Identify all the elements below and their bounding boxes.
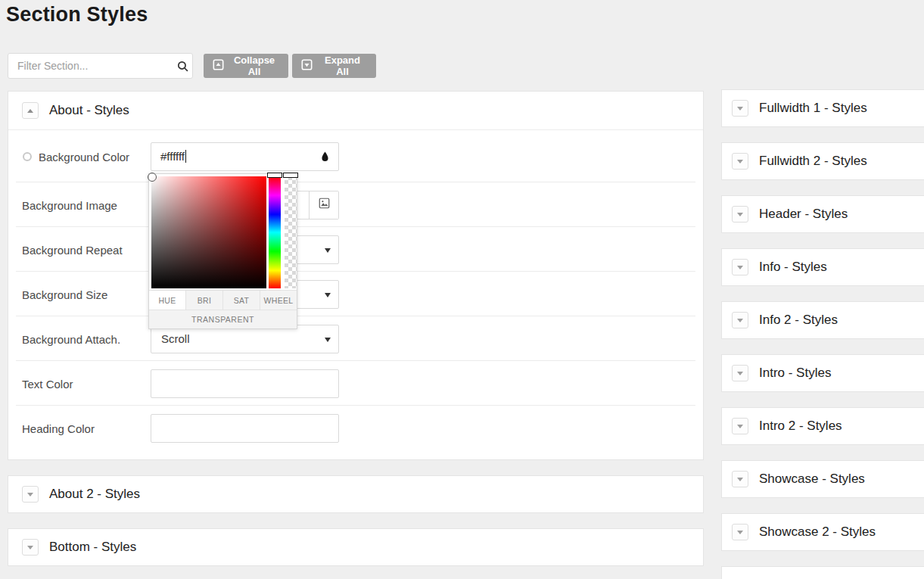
field-row-background-attach: Background Attach. Scroll	[8, 316, 703, 361]
chevron-down-icon	[737, 266, 743, 269]
panel-title: About - Styles	[49, 103, 129, 118]
expand-panel-button[interactable]	[732, 153, 748, 170]
panel-header: Fullwidth 1 - Styles	[722, 90, 924, 126]
tab-bri[interactable]: BRI	[186, 291, 223, 310]
color-picker-popup: HUE BRI SAT WHEEL TRANSPARENT	[148, 173, 297, 329]
color-picker-tabs: HUE BRI SAT WHEEL	[149, 290, 297, 310]
field-label: Background Image	[22, 198, 117, 211]
collapse-all-icon	[213, 59, 224, 73]
panel-showcase-styles: Showcase - Styles	[721, 460, 924, 498]
expand-all-button[interactable]: Expand All	[292, 54, 376, 78]
field-row-background-size: Background Size	[8, 272, 703, 316]
expand-all-label: Expand All	[318, 54, 367, 77]
field-label: Heading Color	[22, 422, 95, 435]
chevron-up-icon	[27, 109, 33, 113]
expand-panel-button[interactable]	[732, 259, 748, 275]
background-color-value: #ffffff	[160, 150, 185, 163]
section-styles-page: Section Styles Collapse All Expand All	[0, 0, 924, 579]
choose-image-button[interactable]	[309, 191, 338, 219]
dropdown-arrow-icon	[325, 338, 331, 342]
panel-intro-2-styles: Intro 2 - Styles	[721, 407, 924, 445]
panel-header: Header - Styles	[722, 196, 924, 232]
chevron-down-icon	[27, 546, 33, 549]
collapse-all-button[interactable]: Collapse All	[204, 54, 288, 78]
panel-about-styles-header: About - Styles	[8, 92, 703, 130]
panel-about-2-styles: About 2 - Styles	[8, 475, 704, 513]
panel-title: Showcase 2 - Styles	[759, 525, 876, 540]
collapse-all-label: Collapse All	[229, 54, 279, 77]
expand-panel-button[interactable]	[732, 206, 748, 223]
panel-about-styles: About - Styles Background Color #ffffff …	[8, 91, 704, 460]
text-color-input[interactable]	[151, 369, 339, 398]
chevron-down-icon	[737, 213, 743, 216]
panel-header: Showcase 2 - Styles	[722, 514, 924, 550]
field-label: Background Attach.	[22, 332, 120, 345]
panel-title: Info 2 - Styles	[759, 313, 838, 328]
panel-header-styles: Header - Styles	[721, 195, 924, 233]
alpha-slider[interactable]	[285, 176, 297, 288]
tab-sat[interactable]: SAT	[223, 291, 260, 310]
panel-header: Intro - Styles	[722, 355, 924, 391]
panel-header: Bottom - Styles	[8, 529, 703, 565]
background-color-input[interactable]: #ffffff	[151, 142, 339, 171]
panel-intro-styles: Intro - Styles	[721, 354, 924, 392]
panel-title: Fullwidth 2 - Styles	[759, 154, 867, 169]
expand-panel-button[interactable]	[732, 312, 748, 328]
field-label: Background Color	[39, 150, 129, 163]
expand-panel-button[interactable]	[732, 418, 748, 434]
saturation-brightness-area[interactable]	[151, 176, 266, 288]
expand-panel-button[interactable]	[22, 539, 39, 556]
panel-title: Showcase - Styles	[759, 472, 865, 487]
chevron-down-icon	[27, 493, 33, 497]
panel-header: Fullwidth 2 - Styles	[722, 143, 924, 179]
page-title: Section Styles	[6, 3, 148, 26]
heading-color-input[interactable]	[151, 414, 339, 443]
panel-fullwidth-2-styles: Fullwidth 2 - Styles	[721, 142, 924, 180]
field-row-background-repeat: Background Repeat	[8, 227, 703, 272]
panel-showcase-2-styles: Showcase 2 - Styles	[721, 513, 924, 551]
tab-wheel[interactable]: WHEEL	[260, 291, 297, 310]
chevron-down-icon	[737, 531, 743, 534]
panel-header	[722, 567, 924, 579]
filter-section-box	[8, 53, 193, 79]
field-label: Text Color	[22, 377, 73, 390]
panel-title: Intro - Styles	[759, 366, 831, 381]
filter-section-input[interactable]	[8, 60, 173, 72]
hue-slider[interactable]	[269, 176, 281, 288]
transparent-button[interactable]: TRANSPARENT	[149, 310, 297, 328]
chevron-down-icon	[737, 372, 743, 375]
tab-hue[interactable]: HUE	[149, 291, 186, 310]
field-label: Background Size	[22, 288, 107, 300]
chevron-down-icon	[737, 319, 743, 322]
expand-panel-button[interactable]	[732, 471, 748, 487]
panel-title: Intro 2 - Styles	[759, 419, 842, 434]
expand-all-icon	[301, 59, 313, 73]
search-icon[interactable]	[173, 60, 192, 73]
field-row-background-image: Background Image	[8, 182, 703, 227]
field-row-heading-color: Heading Color	[8, 406, 703, 451]
panel-header: Showcase - Styles	[722, 461, 924, 497]
panel-header: Info 2 - Styles	[722, 302, 924, 338]
field-row-text-color: Text Color	[8, 361, 703, 406]
expand-panel-button[interactable]	[22, 486, 39, 503]
panel-info-styles: Info - Styles	[721, 248, 924, 286]
panel-title: Info - Styles	[759, 260, 827, 275]
saturation-handle[interactable]	[148, 173, 157, 182]
collapse-panel-button[interactable]	[22, 102, 39, 119]
expand-panel-button[interactable]	[732, 100, 748, 117]
alpha-slider-handle[interactable]	[283, 173, 298, 178]
expand-panel-button[interactable]	[732, 524, 748, 540]
panel-bottom-styles: Bottom - Styles	[8, 528, 704, 566]
panel-title: About 2 - Styles	[49, 487, 140, 502]
droplet-icon[interactable]	[320, 151, 330, 163]
panel-title: Bottom - Styles	[49, 540, 136, 555]
chevron-down-icon	[737, 425, 743, 428]
panel-info-2-styles: Info 2 - Styles	[721, 301, 924, 339]
chevron-down-icon	[737, 107, 743, 111]
expand-panel-button[interactable]	[732, 365, 748, 381]
chevron-down-icon	[737, 478, 743, 481]
field-label: Background Repeat	[22, 243, 123, 256]
field-row-background-color: Background Color #ffffff	[8, 130, 703, 182]
panel-header: About 2 - Styles	[8, 476, 703, 512]
hue-slider-handle[interactable]	[267, 173, 282, 178]
